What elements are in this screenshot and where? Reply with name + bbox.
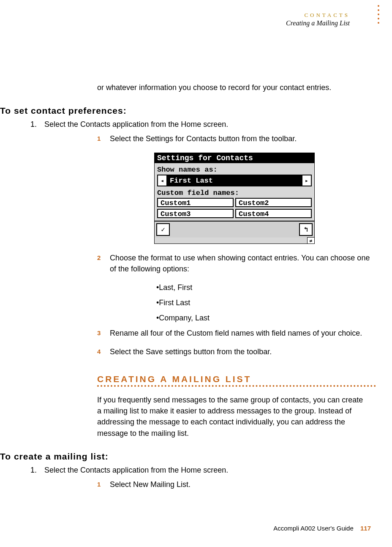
inner-step-number: 3	[97, 328, 110, 339]
outer-step-1: 1. Select the Contacts application from …	[30, 120, 375, 129]
dialog-title: Settings for Contacts	[155, 153, 314, 163]
decorative-dots	[378, 5, 379, 24]
task-heading-create-list: To create a mailing list:	[0, 451, 375, 462]
format-option: •Last, First	[156, 282, 375, 294]
inner-step-number: 4	[97, 346, 110, 357]
inner-step-text: Rename all four of the Custom field name…	[110, 328, 376, 339]
format-option: •Company, Last	[156, 312, 375, 324]
custom1-field[interactable]: Custom1	[157, 198, 234, 207]
settings-dialog-screenshot: Settings for Contacts Show names as: ◂ F…	[154, 153, 315, 244]
show-names-select[interactable]: ◂ First Last ▸	[157, 175, 312, 186]
inner-step-text: Choose the format to use when showing co…	[110, 252, 376, 274]
inner-step-text: Select New Mailing List.	[110, 479, 376, 490]
page-number: 117	[360, 525, 371, 532]
running-header: CONTACTS Creating a Mailing List	[0, 8, 375, 27]
inner-step-number: 2	[97, 252, 110, 274]
outer-step-1: 1. Select the Contacts application from …	[30, 466, 375, 475]
inner-step-text: Select the Save settings button from the…	[110, 346, 376, 357]
section-name: Creating a Mailing List	[0, 19, 350, 27]
chevron-right-icon[interactable]: ▸	[302, 175, 311, 186]
section-intro-paragraph: If you frequently send messages to the s…	[97, 394, 368, 438]
inner-step: 1 Select the Settings for Contacts butto…	[97, 133, 376, 144]
outer-step-text: Select the Contacts application from the…	[44, 120, 228, 129]
format-option: •First Last	[156, 297, 375, 309]
outer-step-text: Select the Contacts application from the…	[44, 466, 228, 474]
back-arrow-icon: ↰	[304, 225, 308, 234]
inner-step: 1 Select New Mailing List.	[97, 479, 376, 490]
task-heading-set-preferences: To set contact preferences:	[0, 106, 375, 116]
custom4-field[interactable]: Custom4	[235, 209, 312, 218]
guide-title: Accompli A002 User's Guide	[273, 525, 354, 532]
custom2-field[interactable]: Custom2	[235, 198, 312, 207]
section-divider	[97, 385, 376, 387]
section-heading-mailing-list: CREATING A MAILING LIST	[97, 374, 376, 384]
resize-corner-icon: ⇄	[307, 237, 315, 244]
inner-step-text: Select the Settings for Contacts button …	[110, 133, 376, 144]
check-icon: ✓	[161, 225, 165, 234]
dialog-toolbar: ✓ ↰	[155, 221, 314, 238]
show-names-value: First Last	[167, 175, 302, 186]
page-footer: Accompli A002 User's Guide 117	[273, 525, 371, 532]
inner-step: 2 Choose the format to use when showing …	[97, 252, 376, 274]
inner-step: 4 Select the Save settings button from t…	[97, 346, 376, 357]
chevron-left-icon[interactable]: ◂	[158, 175, 167, 186]
custom3-field[interactable]: Custom3	[157, 209, 234, 218]
outer-step-number: 1.	[30, 466, 42, 475]
show-names-label: Show names as:	[157, 166, 312, 174]
inner-step-number: 1	[97, 133, 110, 144]
save-button[interactable]: ✓	[156, 223, 170, 236]
continuation-paragraph: or whatever information you choose to re…	[97, 82, 355, 93]
outer-step-number: 1.	[30, 120, 42, 129]
inner-step: 3 Rename all four of the Custom field na…	[97, 328, 376, 339]
chapter-name: CONTACTS	[0, 12, 350, 19]
custom-fields-label: Custom field names:	[157, 189, 312, 197]
back-button[interactable]: ↰	[299, 223, 313, 236]
inner-step-number: 1	[97, 479, 110, 490]
